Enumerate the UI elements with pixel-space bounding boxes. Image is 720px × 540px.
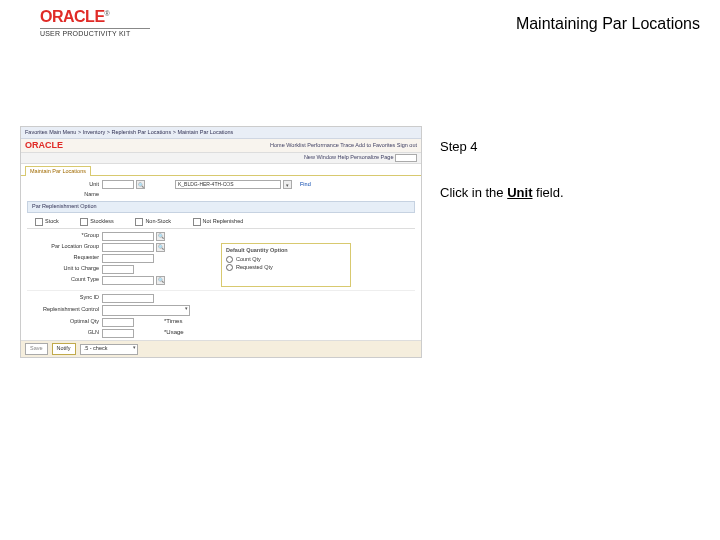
- label-name: Name: [27, 191, 102, 198]
- lookup-icon: [136, 180, 145, 189]
- breadcrumb: Favorites Main Menu > Inventory > Replen…: [21, 127, 421, 139]
- checkbox-icon: [135, 218, 143, 226]
- label-gln: GLN: [27, 329, 102, 336]
- sync-field: [102, 294, 154, 303]
- label-unit: Unit: [27, 181, 102, 188]
- optimal-qty-field: [102, 318, 134, 327]
- action-select: .5 - check: [80, 344, 138, 355]
- app-screenshot: Favorites Main Menu > Inventory > Replen…: [20, 126, 422, 358]
- parloc-field: K_BLDG-HER-4TH-COS: [175, 180, 281, 189]
- label-sync: Sync ID: [27, 294, 102, 301]
- radio-requested-qty: Requested Qty: [236, 264, 273, 271]
- brand-logo: ORACLE® USER PRODUCTIVITY KIT: [40, 8, 150, 37]
- save-button: Save: [25, 343, 48, 355]
- app-header-links: Home Worklist Performance Trace Add to F…: [270, 142, 417, 149]
- parloc-value: K_BLDG-HER-4TH-COS: [178, 181, 234, 187]
- radio-icon: [226, 256, 233, 263]
- instruction-prefix: Click in the: [440, 185, 507, 200]
- app-subbar: New Window Help Personalize Page: [21, 153, 421, 164]
- parloc-lookup-icon: ▾: [283, 180, 292, 189]
- checkbox-icon: [193, 218, 201, 226]
- checkbox-row: Stock Stockless Non-Stock Not Replenishe…: [27, 216, 415, 229]
- gln-field: [102, 329, 134, 338]
- trademark: ®: [105, 10, 110, 17]
- unit-charge-field: [102, 265, 134, 274]
- brand-divider: [40, 28, 150, 29]
- checkbox-icon: [35, 218, 43, 226]
- subbar-input: [395, 154, 417, 162]
- repl-control-select: [102, 305, 190, 316]
- label-usage: *Usage: [164, 329, 184, 337]
- step-label: Step 4: [440, 138, 690, 156]
- brand-name: ORACLE: [40, 8, 105, 25]
- app-brand: ORACLE: [25, 141, 63, 150]
- lookup-icon: [156, 243, 165, 252]
- find-link: Find: [300, 181, 311, 188]
- lookup-icon: [156, 232, 165, 241]
- app-footer: Save Notify .5 - check: [21, 340, 421, 357]
- label-count-type: Count Type: [27, 276, 102, 283]
- page-title: Maintaining Par Locations: [516, 14, 700, 33]
- check-notreplenished: Not Replenished: [203, 218, 244, 224]
- label-repl-control: Replenishment Control: [27, 306, 102, 313]
- lookup-icon: [156, 276, 165, 285]
- checkbox-icon: [80, 218, 88, 226]
- check-nonstock: Non-Stock: [145, 218, 171, 224]
- plg-field: [102, 243, 154, 252]
- brand-subtitle: USER PRODUCTIVITY KIT: [40, 30, 150, 37]
- app-header: ORACLE Home Worklist Performance Trace A…: [21, 139, 421, 153]
- instruction-target-field: Unit: [507, 185, 532, 200]
- notify-button: Notify: [52, 343, 76, 355]
- label-optimal-qty: Optimal Qty: [27, 318, 102, 325]
- requester-field: [102, 254, 154, 263]
- radio-icon: [226, 264, 233, 271]
- instruction-suffix: field.: [532, 185, 563, 200]
- form-content: Unit K_BLDG-HER-4TH-COS ▾ Find Name Par …: [21, 176, 421, 354]
- radio-count-qty: Count Qty: [236, 256, 261, 263]
- options-bar: Par Replenishment Option: [27, 201, 415, 212]
- instruction-text: Click in the Unit field.: [440, 184, 690, 202]
- label-requester: Requester: [27, 254, 102, 261]
- check-stockless: Stockless: [90, 218, 114, 224]
- label-times: *Times: [164, 318, 182, 326]
- group-field: [102, 232, 154, 241]
- label-unit-charge: Unit to Charge: [27, 265, 102, 272]
- tab-maintain-par-locations: Maintain Par Locations: [25, 166, 91, 176]
- label-group: *Group: [27, 232, 102, 239]
- box-title: Default Quantity Option: [226, 247, 346, 254]
- unit-field[interactable]: [102, 180, 134, 189]
- label-plg: Par Location Group: [27, 243, 102, 250]
- subbar-links: New Window Help Personalize Page: [304, 155, 394, 161]
- check-stock: Stock: [45, 218, 59, 224]
- count-type-field: [102, 276, 154, 285]
- default-qty-box: Default Quantity Option Count Qty Reques…: [221, 243, 351, 287]
